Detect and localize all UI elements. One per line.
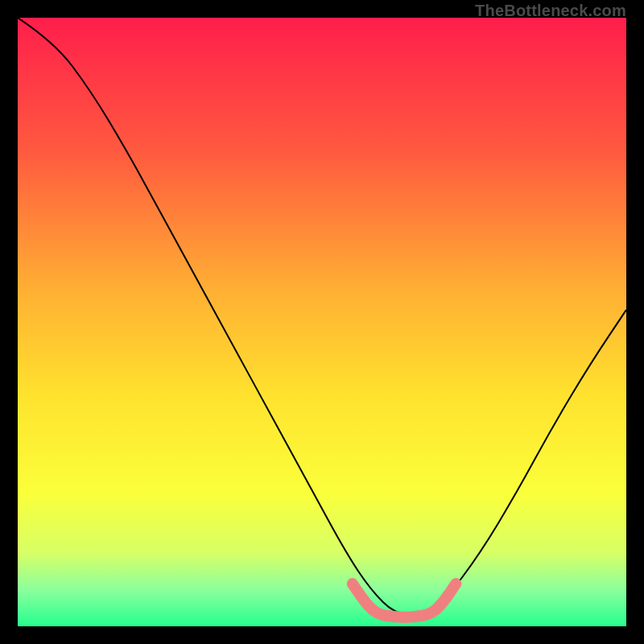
chart-svg [18, 18, 626, 626]
gradient-background [18, 18, 626, 626]
plot-area [18, 18, 626, 626]
chart-frame: TheBottleneck.com [0, 0, 644, 644]
